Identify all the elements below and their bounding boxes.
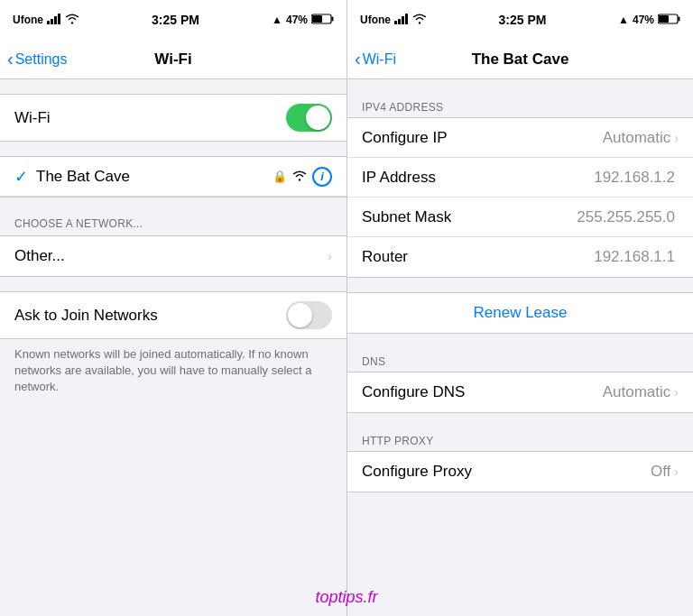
renew-lease-section: Renew Lease xyxy=(347,292,693,334)
ipv4-header: IPv4 ADDRESS xyxy=(347,94,693,117)
right-status-right: ▲ 47% xyxy=(618,14,680,27)
connected-network-section: ✓ The Bat Cave 🔒 i xyxy=(0,156,346,198)
ip-address-label: IP Address xyxy=(362,169,594,187)
ip-address-row: IP Address 192.168.1.2 xyxy=(347,158,693,198)
left-battery-pct: 47% xyxy=(286,14,308,26)
ask-to-join-section: Ask to Join Networks Known networks will… xyxy=(0,291,346,410)
wifi-toggle-row: Wi-Fi xyxy=(0,95,346,141)
left-back-chevron-icon: ‹ xyxy=(7,50,14,68)
configure-proxy-label: Configure Proxy xyxy=(362,463,651,481)
left-signal-icon xyxy=(47,14,61,27)
left-carrier: Ufone xyxy=(13,14,43,26)
right-location-icon: ▲ xyxy=(618,14,629,26)
renew-lease-button[interactable]: Renew Lease xyxy=(347,293,693,333)
left-status-right: ▲ 47% xyxy=(272,14,334,27)
ask-to-join-toggle[interactable] xyxy=(286,301,332,329)
connected-network-group: ✓ The Bat Cave 🔒 i xyxy=(0,156,346,198)
right-back-label: Wi-Fi xyxy=(363,51,396,68)
svg-rect-2 xyxy=(54,16,57,24)
proxy-group: Configure Proxy Off › xyxy=(347,451,693,492)
connected-network-row[interactable]: ✓ The Bat Cave 🔒 i xyxy=(0,157,346,197)
subnet-mask-value: 255.255.255.0 xyxy=(577,208,675,226)
configure-ip-label: Configure IP xyxy=(362,129,603,147)
right-wifi-icon xyxy=(412,14,427,27)
right-nav-title: The Bat Cave xyxy=(472,51,569,69)
configure-dns-value: Automatic xyxy=(603,383,671,401)
svg-rect-6 xyxy=(312,15,322,23)
left-battery-icon xyxy=(311,14,334,27)
ask-to-join-group: Ask to Join Networks xyxy=(0,291,346,339)
left-nav-title: Wi-Fi xyxy=(154,51,191,69)
configure-proxy-chevron: › xyxy=(674,464,679,479)
http-proxy-header: HTTP PROXY xyxy=(347,428,693,451)
right-signal-icon xyxy=(394,14,409,27)
svg-rect-0 xyxy=(47,21,50,24)
right-back-button[interactable]: ‹ Wi-Fi xyxy=(355,51,396,68)
network-name: The Bat Cave xyxy=(36,168,273,186)
svg-rect-8 xyxy=(398,19,401,24)
right-back-chevron-icon: ‹ xyxy=(355,50,361,68)
http-proxy-section: HTTP PROXY Configure Proxy Off › xyxy=(347,428,693,492)
left-status-left: Ufone xyxy=(13,14,79,27)
right-carrier: Ufone xyxy=(360,14,391,26)
router-row: Router 192.168.1.1 xyxy=(347,237,693,277)
ask-to-join-description: Known networks will be joined automatica… xyxy=(0,339,346,410)
choose-network-section: CHOOSE A NETWORK... Other... › xyxy=(0,212,346,277)
wifi-toggle-section: Wi-Fi xyxy=(0,94,346,142)
svg-rect-7 xyxy=(394,21,397,24)
right-status-left: Ufone xyxy=(360,14,427,27)
left-wifi-status-icon xyxy=(65,14,79,27)
other-network-label: Other... xyxy=(14,247,328,265)
network-icons: 🔒 i xyxy=(273,167,332,187)
wifi-signal-icon xyxy=(292,170,307,184)
dns-section: DNS Configure DNS Automatic › xyxy=(347,348,693,413)
configure-ip-value: Automatic xyxy=(603,129,671,147)
router-label: Router xyxy=(362,248,594,266)
dns-group: Configure DNS Automatic › xyxy=(347,372,693,413)
left-back-button[interactable]: ‹ Settings xyxy=(7,51,67,68)
svg-rect-3 xyxy=(58,14,60,24)
ask-to-join-toggle-thumb xyxy=(288,303,312,327)
left-back-label: Settings xyxy=(15,51,68,68)
ipv4-group: Configure IP Automatic › IP Address 192.… xyxy=(347,117,693,278)
other-network-row[interactable]: Other... › xyxy=(0,236,346,276)
left-content: Wi-Fi ✓ The Bat Cave 🔒 xyxy=(0,79,346,616)
right-status-time: 3:25 PM xyxy=(499,13,547,27)
svg-rect-5 xyxy=(332,16,334,21)
right-battery-pct: 47% xyxy=(633,14,654,26)
right-panel: Ufone 3:25 PM xyxy=(346,0,693,616)
router-value: 192.168.1.1 xyxy=(594,248,675,266)
ask-to-join-label: Ask to Join Networks xyxy=(14,307,286,325)
right-nav-bar: ‹ Wi-Fi The Bat Cave xyxy=(347,40,693,79)
ip-address-value: 192.168.1.2 xyxy=(594,169,675,187)
wifi-toggle-label: Wi-Fi xyxy=(14,109,286,127)
subnet-mask-label: Subnet Mask xyxy=(362,208,577,226)
configure-dns-row[interactable]: Configure DNS Automatic › xyxy=(347,372,693,412)
right-status-bar: Ufone 3:25 PM xyxy=(347,0,693,40)
svg-rect-1 xyxy=(51,19,53,24)
configure-proxy-value: Off xyxy=(651,463,670,481)
subnet-mask-row: Subnet Mask 255.255.255.0 xyxy=(347,198,693,237)
svg-rect-10 xyxy=(405,14,408,24)
configure-dns-chevron: › xyxy=(674,385,679,400)
configure-proxy-row[interactable]: Configure Proxy Off › xyxy=(347,452,693,492)
ask-to-join-row: Ask to Join Networks xyxy=(0,292,346,338)
choose-network-header: CHOOSE A NETWORK... xyxy=(0,212,346,235)
wifi-toggle-group: Wi-Fi xyxy=(0,94,346,142)
svg-rect-12 xyxy=(679,16,680,21)
left-nav-bar: ‹ Settings Wi-Fi xyxy=(0,40,346,79)
left-status-bar: Ufone 3:25 PM xyxy=(0,0,346,40)
wifi-toggle[interactable] xyxy=(286,104,332,132)
left-panel: Ufone 3:25 PM xyxy=(0,0,346,616)
configure-dns-label: Configure DNS xyxy=(362,383,603,401)
lock-icon: 🔒 xyxy=(273,170,287,183)
dns-header: DNS xyxy=(347,348,693,372)
svg-rect-9 xyxy=(402,16,404,24)
ipv4-section: IPv4 ADDRESS Configure IP Automatic › IP… xyxy=(347,94,693,278)
network-info-button[interactable]: i xyxy=(312,167,332,187)
configure-ip-chevron: › xyxy=(674,131,679,145)
checkmark-icon: ✓ xyxy=(14,167,29,187)
left-location-icon: ▲ xyxy=(272,14,282,26)
wifi-toggle-thumb xyxy=(306,106,330,130)
configure-ip-row[interactable]: Configure IP Automatic › xyxy=(347,118,693,158)
